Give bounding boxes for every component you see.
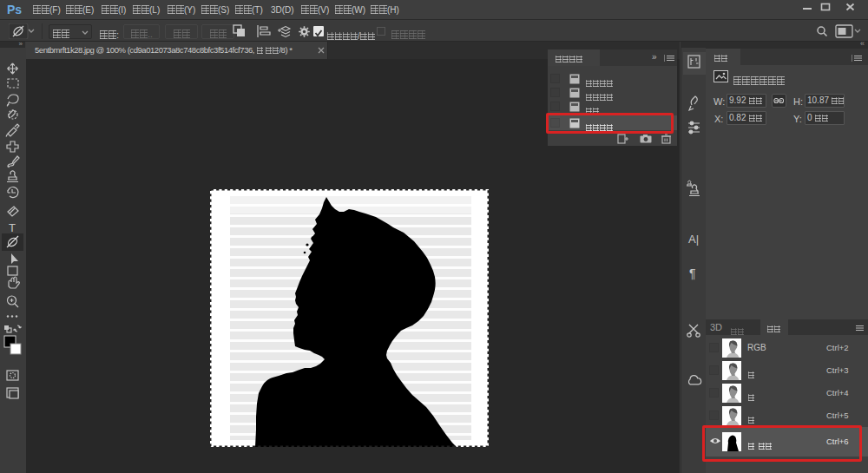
svg-text:T: T [9,221,16,234]
svg-text:¶: ¶ [689,266,696,280]
svg-text:A|: A| [688,233,699,246]
